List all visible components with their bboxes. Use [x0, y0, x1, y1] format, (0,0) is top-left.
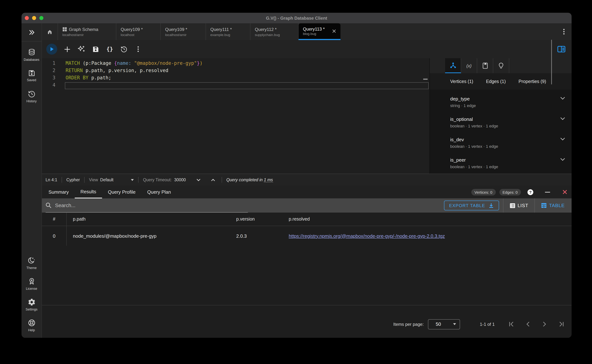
- property-row-is-optional[interactable]: is_optional boolean · 1 vertex · 1 edge: [430, 112, 572, 132]
- chevron-down-icon[interactable]: [560, 158, 565, 161]
- save-query-button[interactable]: [91, 45, 100, 53]
- side-panel-icon: [557, 46, 565, 52]
- close-tab-icon[interactable]: [332, 29, 336, 33]
- view-label: View: [89, 178, 98, 182]
- maximize-window-button[interactable]: [39, 16, 43, 20]
- minimize-results-button[interactable]: [545, 192, 550, 192]
- panel-tab-graph[interactable]: [445, 58, 461, 73]
- sidebar-item-history[interactable]: History: [21, 86, 41, 107]
- sidebar-item-databases[interactable]: Databases: [21, 44, 41, 65]
- close-window-button[interactable]: [25, 16, 29, 20]
- view-dropdown-caret-icon[interactable]: [131, 179, 134, 181]
- column-header-version[interactable]: p.version: [236, 217, 289, 222]
- sidebar-item-settings[interactable]: Settings: [21, 294, 41, 315]
- tab-query111[interactable]: Query111 * example.bug: [206, 23, 250, 40]
- query-editor[interactable]: 1MATCH (p:Package {name: "@mapbox/node-p…: [42, 58, 430, 174]
- minimize-window-button[interactable]: [32, 16, 36, 20]
- tab-query109-localhost[interactable]: Query109 * localhost: [116, 23, 161, 40]
- sidebar-item-license[interactable]: License: [21, 273, 41, 294]
- property-row-dep-type[interactable]: dep_type string · 1 edge: [430, 92, 572, 112]
- home-tab[interactable]: [42, 23, 58, 40]
- chevron-down-icon: [197, 179, 201, 181]
- sidebar-item-help[interactable]: Help: [21, 315, 41, 336]
- tab-graph-schema[interactable]: Graph Schema localhost/amir: [58, 23, 116, 40]
- parameters-button[interactable]: {}: [105, 45, 114, 53]
- timeout-dropdown-button[interactable]: [195, 179, 202, 181]
- panel-tab-variables[interactable]: (x): [461, 58, 477, 73]
- chevron-down-icon[interactable]: [560, 138, 565, 141]
- results-table: # p.path p.version p.resolved 0 node_mod…: [42, 213, 572, 338]
- view-value[interactable]: Default: [100, 178, 114, 182]
- sidebar-item-label: Databases: [24, 58, 39, 61]
- section-properties[interactable]: Properties (9): [518, 79, 546, 84]
- sidebar-item-label: Help: [28, 328, 35, 332]
- panel-scrollbar[interactable]: [551, 40, 552, 84]
- property-row-is-dev[interactable]: is_dev boolean · 1 vertex · 1 edge: [430, 132, 572, 153]
- chevron-down-icon[interactable]: [560, 97, 565, 100]
- desktop: G.V() - Graph Database Client Databases …: [0, 0, 592, 364]
- tab-query-plan[interactable]: Query Plan: [141, 186, 177, 198]
- tab-results[interactable]: Results: [74, 186, 102, 198]
- tab-query113-active[interactable]: Query113 * blog.bug: [299, 23, 341, 40]
- search-input[interactable]: Search...: [46, 198, 248, 213]
- section-edges[interactable]: Edges (1): [486, 79, 506, 84]
- cell-version: 2.0.3: [236, 233, 289, 239]
- panel-tab-suggestions[interactable]: [493, 58, 509, 73]
- next-page-button[interactable]: [541, 321, 548, 327]
- property-row-is-peer[interactable]: is_peer boolean · 1 vertex · 1 edge: [430, 153, 572, 173]
- first-page-button[interactable]: [508, 321, 514, 327]
- panel-tab-bookmarks[interactable]: [477, 58, 493, 73]
- help-button[interactable]: ?: [527, 189, 533, 195]
- tabbar-overflow-menu-button[interactable]: [556, 23, 572, 40]
- column-header-resolved[interactable]: p.resolved: [289, 217, 572, 222]
- line-number: 1: [42, 60, 55, 67]
- tab-query112[interactable]: Query112 * supplychain.bug: [250, 23, 299, 40]
- sidebar-expand-button[interactable]: [21, 23, 41, 41]
- chevron-down-icon[interactable]: [560, 117, 565, 120]
- titlebar: G.V() - Graph Database Client: [21, 13, 572, 23]
- new-query-button[interactable]: [63, 45, 71, 53]
- tab-title: Query111 *: [210, 27, 246, 32]
- query-history-button[interactable]: [120, 45, 128, 53]
- close-icon: [563, 190, 567, 194]
- last-page-button[interactable]: [558, 321, 565, 327]
- app-window: G.V() - Graph Database Client Databases …: [21, 13, 572, 338]
- home-icon: [47, 29, 53, 34]
- current-line-highlight: [65, 82, 429, 89]
- items-per-page-label: Items per page:: [393, 322, 424, 327]
- table-view-button[interactable]: TABLE: [535, 198, 571, 213]
- run-query-button[interactable]: [46, 44, 57, 55]
- close-results-button[interactable]: [563, 190, 567, 194]
- property-name: is_optional: [450, 117, 565, 122]
- ai-assistant-button[interactable]: [77, 45, 86, 53]
- sidebar: Databases Saved History Theme: [21, 23, 42, 338]
- timeout-value[interactable]: 30000: [174, 178, 186, 182]
- collapse-panel-button[interactable]: [210, 179, 216, 181]
- variables-icon: (x): [466, 63, 471, 68]
- toggle-side-panel-button[interactable]: [557, 45, 566, 53]
- tab-query109-amir[interactable]: Query109 * localhost/amir: [161, 23, 206, 40]
- property-meta: boolean · 1 vertex · 1 edge: [450, 124, 565, 128]
- cursor-position: Ln 4:1: [46, 178, 57, 182]
- query-language[interactable]: Cypher: [66, 178, 80, 182]
- section-vertices[interactable]: Vertices (1): [450, 79, 473, 84]
- tab-subtitle: localhost: [121, 32, 156, 37]
- resolved-url-link[interactable]: https://registry.npmjs.org/@mapbox/node-…: [289, 233, 445, 239]
- list-view-icon: [510, 202, 515, 208]
- table-row[interactable]: 0 node_modules/@mapbox/node-pre-gyp 2.0.…: [42, 226, 572, 246]
- column-header-path[interactable]: p.path: [67, 217, 236, 222]
- bookmark-icon: [483, 63, 488, 69]
- sidebar-item-saved[interactable]: Saved: [21, 65, 41, 86]
- tab-query-profile[interactable]: Query Profile: [102, 186, 141, 198]
- editor-toolbar: {}: [42, 40, 572, 58]
- column-header-index[interactable]: #: [42, 213, 67, 226]
- sidebar-item-theme[interactable]: Theme: [21, 253, 41, 273]
- export-table-button[interactable]: EXPORT TABLE: [444, 201, 499, 210]
- gear-icon: [27, 298, 35, 306]
- editor-more-options-button[interactable]: [134, 45, 142, 53]
- list-view-button[interactable]: LIST: [504, 198, 535, 213]
- tab-summary[interactable]: Summary: [43, 186, 74, 198]
- previous-page-button[interactable]: [525, 321, 531, 327]
- page-size-select[interactable]: 50: [428, 319, 460, 329]
- sidebar-item-label: Theme: [27, 266, 37, 270]
